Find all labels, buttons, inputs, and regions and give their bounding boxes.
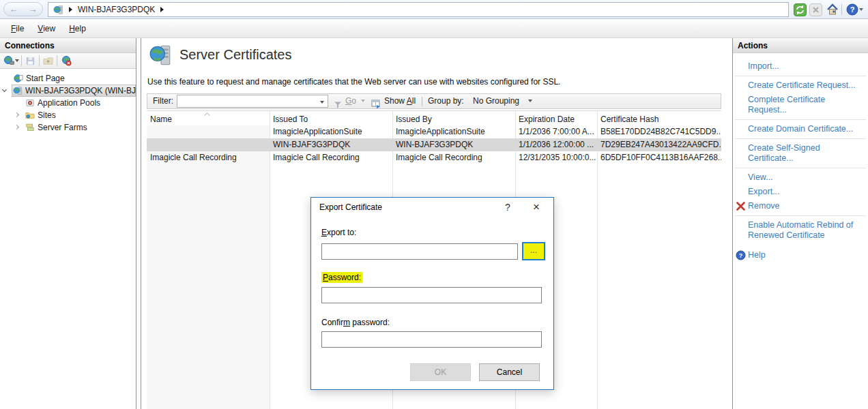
back-icon[interactable]: ← [10, 5, 18, 14]
actions-separator [735, 168, 866, 168]
dialog-help-button[interactable]: ? [497, 198, 518, 217]
cell-name [147, 125, 270, 138]
list-header-row: Name Issued To Issued By Expiration Date… [147, 111, 721, 125]
tree-item-label: Server Farms [38, 123, 136, 132]
cell-expiration: 12/31/2035 10:00:0... [515, 151, 597, 164]
cell-expiration: 1/1/2036 12:00:00 ... [515, 138, 597, 151]
action-export[interactable]: Export... [733, 185, 868, 199]
sites-icon [25, 110, 35, 120]
filter-funnel-icon [334, 97, 342, 112]
column-header-issued-to[interactable]: Issued To [270, 111, 392, 125]
save-icon [25, 56, 35, 66]
help-menu-caret[interactable] [857, 3, 865, 16]
action-create-certificate-request[interactable]: Create Certificate Request... [733, 78, 868, 93]
menu-file[interactable]: File [4, 21, 31, 36]
action-create-self-signed-certificate[interactable]: Create Self-Signed Certificate... [733, 141, 868, 166]
action-enable-automatic-rebind[interactable]: Enable Automatic Rebind of Renewed Certi… [733, 218, 867, 243]
close-icon[interactable]: × [525, 198, 548, 217]
start-page-icon [14, 74, 23, 83]
home-button[interactable] [825, 3, 839, 16]
confirm-password-field[interactable] [321, 331, 542, 348]
tree-item-server[interactable]: WIN-BJAF3G3PDQK (WIN-BJA [0, 85, 136, 97]
grouping-select[interactable]: No Grouping [473, 94, 519, 108]
export-to-field[interactable] [321, 243, 518, 260]
action-help[interactable]: ? Help [733, 248, 868, 262]
up-button[interactable] [42, 55, 55, 67]
export-certificate-dialog: Export Certificate ? × Export to: ... Pa… [310, 197, 554, 390]
tree-item-label: Start Page [26, 74, 136, 83]
tree-item-start-page[interactable]: Start Page [0, 72, 136, 85]
password-label: Password: [321, 273, 362, 282]
tree-item-label: Application Pools [38, 98, 136, 108]
password-field[interactable] [321, 287, 542, 303]
save-connections-button[interactable] [24, 55, 37, 67]
cancel-button[interactable]: Cancel [479, 363, 540, 381]
table-row[interactable]: ImagicleApplicationSuite ImagicleApplica… [147, 125, 721, 138]
svg-text:?: ? [850, 5, 854, 14]
stop-button[interactable] [809, 3, 823, 16]
action-create-domain-certificate[interactable]: Create Domain Certificate... [733, 122, 868, 136]
application-pools-icon [25, 98, 35, 108]
column-header-hash[interactable]: Certificate Hash [597, 111, 721, 125]
cell-name: Imagicle Call Recording [147, 151, 270, 164]
home-icon [826, 3, 839, 16]
actions-separator [735, 76, 866, 76]
chevron-collapsed-icon[interactable] [14, 125, 19, 130]
group-by-label: Group by: [428, 94, 464, 108]
show-all-icon [371, 97, 381, 111]
dialog-titlebar[interactable]: Export Certificate ? × [311, 198, 553, 217]
create-connection-button[interactable] [2, 55, 15, 67]
delete-connection-button[interactable] [59, 55, 72, 67]
toolbar-separator [21, 55, 22, 66]
help-icon: ? [846, 3, 858, 16]
chevron-collapsed-icon[interactable] [14, 112, 19, 117]
action-remove[interactable]: Remove [733, 199, 868, 213]
toolbar-separator [57, 55, 57, 66]
breadcrumb-arrow-icon[interactable] [69, 7, 72, 12]
export-to-label: Export to: [321, 228, 356, 237]
action-view[interactable]: View... [733, 170, 868, 185]
actions-separator [735, 215, 866, 216]
tree-item-application-pools[interactable]: Application Pools [0, 97, 136, 109]
refresh-button[interactable] [793, 3, 807, 16]
tree-item-server-farms[interactable]: Server Farms [0, 121, 136, 134]
chevron-down-icon [859, 8, 863, 11]
chevron-expanded-icon[interactable] [2, 87, 7, 92]
go-button[interactable]: Go [345, 94, 356, 108]
show-all-button[interactable]: Show All [384, 94, 416, 108]
breadcrumb[interactable]: WIN-BJAF3G3PDQK [48, 2, 789, 17]
connections-panel: Connections [0, 38, 136, 409]
menu-view[interactable]: View [31, 21, 62, 36]
ok-button[interactable]: OK [410, 363, 471, 381]
column-header-issued-by[interactable]: Issued By [392, 111, 515, 125]
browse-button[interactable]: ... [522, 242, 545, 260]
cell-expiration: 1/1/2036 7:00:00 A... [515, 125, 597, 138]
filter-input[interactable] [177, 95, 328, 108]
table-row[interactable]: Imagicle Call Recording Imagicle Call Re… [147, 151, 721, 164]
sort-ascending-icon [204, 112, 210, 116]
cell-issued-to: Imagicle Call Recording [270, 151, 392, 164]
toolbar-separator [841, 4, 842, 15]
forward-icon[interactable]: → [29, 5, 38, 14]
breadcrumb-arrow-icon[interactable] [160, 7, 164, 12]
tree-item-label: Sites [38, 110, 136, 120]
menu-help[interactable]: Help [62, 21, 93, 36]
filter-label: Filter: [153, 94, 173, 108]
cell-hash: B58E170DD24B82C741C5DD9... [597, 125, 721, 138]
toolbar-separator [422, 97, 422, 106]
breadcrumb-server[interactable]: WIN-BJAF3G3PDQK [78, 5, 155, 14]
action-complete-certificate-request[interactable]: Complete Certificate Request... [733, 93, 868, 117]
action-import[interactable]: Import... [733, 59, 868, 74]
cell-name [147, 138, 270, 151]
chevron-down-icon[interactable] [15, 59, 19, 62]
dialog-title: Export Certificate [319, 198, 382, 217]
svg-text:?: ? [739, 252, 742, 259]
tree-item-sites[interactable]: Sites [0, 109, 136, 121]
cell-issued-by: WIN-BJAF3G3PDQK [392, 138, 515, 151]
actions-panel: Actions Import... Create Certificate Req… [732, 38, 868, 409]
chevron-down-icon[interactable] [320, 101, 324, 104]
table-row-selected[interactable]: WIN-BJAF3G3PDQK WIN-BJAF3G3PDQK 1/1/2036… [147, 138, 721, 151]
server-farms-icon [25, 123, 35, 132]
connections-tree: Start Page WIN-BJAF3G3PDQK (WIN-BJA [0, 69, 136, 134]
column-header-expiration[interactable]: Expiration Date [515, 111, 597, 125]
